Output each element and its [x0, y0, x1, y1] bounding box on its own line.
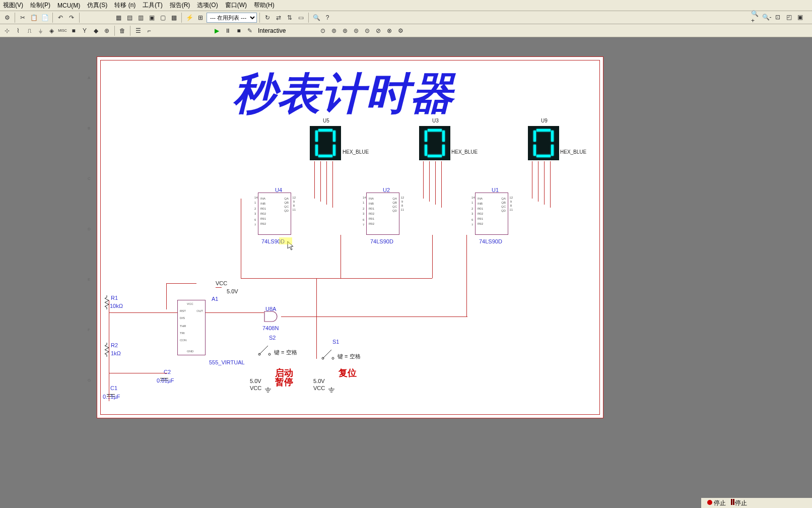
undo-icon[interactable]: ↶ — [55, 13, 65, 23]
vcc-symbol — [216, 287, 222, 288]
switch-S2[interactable] — [257, 342, 272, 357]
net-icon[interactable]: ◈ — [46, 26, 56, 36]
cap-val-C2: 0.01µF — [157, 377, 174, 384]
redo-icon[interactable]: ↷ — [66, 13, 77, 23]
table-icon[interactable]: ▤ — [124, 13, 134, 23]
wire-icon[interactable]: ⌇ — [13, 26, 23, 36]
ground-icon[interactable]: ⏚ — [35, 26, 45, 36]
rotate-icon[interactable]: ↻ — [262, 13, 273, 23]
place-icon[interactable]: ⊹ — [2, 26, 12, 36]
fliph-icon[interactable]: ⇄ — [274, 13, 284, 23]
wand-icon[interactable]: ✎ — [245, 26, 255, 36]
menu-transfer[interactable]: 转移 (n) — [114, 1, 136, 10]
seven-seg-U5[interactable] — [310, 126, 341, 160]
res-val-R2: 1kΩ — [111, 350, 121, 356]
probe5-icon[interactable]: ⊝ — [362, 26, 372, 36]
pause-icon[interactable]: ⏸ — [223, 26, 233, 36]
menu-view[interactable]: 视图(V) — [3, 1, 23, 10]
chip-U1[interactable]: INAINBR01R02R91R92QAQBQCQD 14 1 12 9 8 1… — [475, 193, 508, 235]
ruler-mark-E: E — [88, 277, 90, 282]
power-icon[interactable]: ■ — [69, 26, 79, 36]
play-icon[interactable]: ▶ — [212, 26, 222, 36]
list-icon[interactable]: ▥ — [136, 13, 146, 23]
stop-icon[interactable]: ■ — [234, 26, 244, 36]
hier-icon[interactable]: ☰ — [133, 26, 143, 36]
probe1-icon[interactable]: ⊙ — [318, 26, 328, 36]
zoomwin-icon[interactable]: ◰ — [784, 12, 794, 22]
highlight-box — [279, 237, 292, 244]
sw-key-S1: 键 = 空格 — [337, 353, 361, 360]
cap-ref-C2: C2 — [164, 369, 171, 375]
and-gate[interactable] — [264, 311, 281, 322]
sw-vcc-S1: VCC — [313, 385, 325, 391]
tool-icon[interactable]: ⚙ — [2, 13, 12, 23]
toolbar-2: ⊹ ⌇ ⎍ ⏚ ◈ MISC ■ Y ◆ ⊕ 🗑 ☰ ⌐ ▶ ⏸ ■ ✎ Int… — [0, 24, 812, 37]
seg-part-U5: HEX_BLUE — [343, 149, 369, 155]
wire — [432, 235, 433, 278]
wire — [314, 161, 315, 199]
menu-options[interactable]: 选项(O) — [197, 1, 218, 10]
fullscreen-icon[interactable]: ▣ — [795, 12, 805, 22]
probe3-icon[interactable]: ⊛ — [340, 26, 350, 36]
probe7-icon[interactable]: ⊗ — [384, 26, 394, 36]
cut-icon[interactable]: ✂ — [18, 13, 28, 23]
label-icon[interactable]: ◆ — [91, 26, 101, 36]
inuse-combo[interactable]: --- 在用列表 --- — [207, 13, 257, 23]
flipv-icon[interactable]: ⇅ — [285, 13, 295, 23]
comp2-icon[interactable]: ⊞ — [195, 13, 206, 23]
menu-report[interactable]: 报告(R) — [170, 1, 190, 10]
chip-555[interactable]: VCC RST DIS THR TRI CON OUT GND — [177, 300, 206, 355]
ruler-mark-A: A — [88, 76, 90, 80]
menu-tools[interactable]: 工具(T) — [143, 1, 162, 10]
switch-S1[interactable] — [320, 346, 335, 361]
cap-val-C1: 0.11µF — [103, 394, 120, 400]
wire — [109, 312, 177, 313]
view3-icon[interactable]: ▩ — [169, 13, 179, 23]
help-icon[interactable]: ? — [322, 13, 332, 23]
probe2-icon[interactable]: ⊚ — [329, 26, 339, 36]
grid-icon[interactable]: ▦ — [113, 13, 123, 23]
misc-icon[interactable]: MISC — [57, 26, 67, 36]
resistor-R2[interactable] — [105, 343, 109, 357]
bus-icon[interactable]: ⎍ — [24, 26, 34, 36]
seven-seg-U3[interactable] — [419, 126, 450, 160]
junction-icon[interactable]: Y — [80, 26, 90, 36]
chip-U2[interactable]: INAINBR01R02R91R92QAQBQCQD 14 1 12 9 8 1… — [366, 193, 399, 235]
paste-icon[interactable]: 📄 — [40, 13, 50, 23]
sw-label-S1-0: 复位 — [339, 367, 357, 379]
ruler-mark-B: B — [88, 126, 90, 131]
del-icon[interactable]: 🗑 — [117, 26, 127, 36]
status-stop2: 停止 — [735, 499, 747, 506]
resistor-R1[interactable] — [105, 295, 109, 309]
ruler-mark-F: F — [88, 328, 90, 332]
view2-icon[interactable]: ▢ — [158, 13, 168, 23]
menu-help[interactable]: 帮助(H) — [254, 1, 275, 10]
ground-icon-S2 — [265, 386, 271, 395]
view-icon[interactable]: ▣ — [147, 13, 157, 23]
comp-icon[interactable]: ⚡ — [184, 13, 194, 23]
chip-U4[interactable]: INAINBR01R02R91R92QAQBQCQD 14 1 12 9 8 1… — [258, 193, 291, 235]
text-icon[interactable]: ⊕ — [102, 26, 112, 36]
seven-seg-U9[interactable] — [528, 126, 559, 160]
menu-plot[interactable]: 绘制(P) — [30, 1, 50, 10]
wire — [206, 312, 264, 313]
svg-line-9 — [323, 350, 331, 358]
probe6-icon[interactable]: ⊘ — [373, 26, 383, 36]
schematic-title: 秒表计时器 — [233, 65, 454, 123]
menu-window[interactable]: 窗口(W) — [225, 1, 247, 10]
zoom-tools: 🔍+ 🔍- ⊡ ◰ ▣ — [751, 12, 805, 22]
zoom-icon[interactable]: 🔍 — [311, 13, 321, 23]
menu-mcu[interactable]: MCU(M) — [57, 2, 80, 9]
chip-name-U2: 74LS90D — [370, 238, 393, 244]
wire — [241, 278, 432, 279]
zoomin-icon[interactable]: 🔍+ — [751, 12, 761, 22]
line-icon[interactable]: ⌐ — [144, 26, 154, 36]
settings-icon[interactable]: ⚙ — [395, 26, 405, 36]
menu-sim[interactable]: 仿真(S) — [87, 1, 107, 10]
copy-icon[interactable]: 📋 — [29, 13, 39, 23]
align-icon[interactable]: ▭ — [296, 13, 306, 23]
zoomfit-icon[interactable]: ⊡ — [773, 12, 783, 22]
ground-icon-S1 — [328, 386, 334, 395]
probe4-icon[interactable]: ⊜ — [351, 26, 361, 36]
zoomout-icon[interactable]: 🔍- — [762, 12, 772, 22]
